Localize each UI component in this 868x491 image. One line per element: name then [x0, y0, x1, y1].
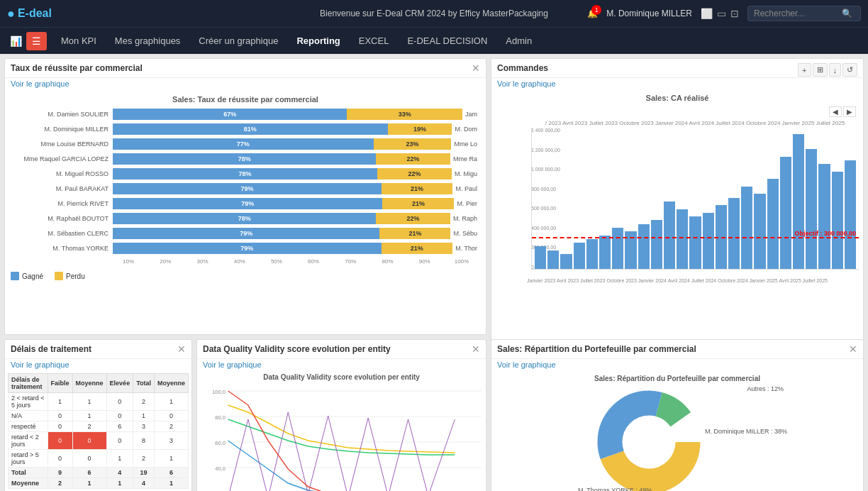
bar-side-label: M. Paul: [452, 185, 477, 192]
table-footer-cell: 4: [133, 478, 155, 489]
logo: ● E-deal: [7, 6, 52, 21]
dq-voir-graphique[interactable]: Voir le graphique: [197, 359, 486, 370]
delais-close[interactable]: ✕: [177, 344, 186, 354]
svg-point-15: [624, 417, 674, 467]
bar-side-label: M. Migu: [452, 170, 477, 177]
commandes-refresh-btn[interactable]: ↺: [842, 63, 857, 77]
table-footer-cell: 9: [48, 468, 72, 478]
nav-item-admin[interactable]: Admin: [497, 30, 540, 52]
search-input[interactable]: [754, 9, 839, 18]
user-name: M. Dominique MILLER: [606, 9, 692, 18]
table-cell: retard < 2 jours: [9, 432, 48, 450]
repartition-close[interactable]: ✕: [849, 344, 857, 354]
bar-side-label: Mme Ra: [450, 155, 477, 162]
bar-lost: 21%: [379, 228, 450, 239]
ca-bar: [780, 157, 791, 269]
svg-text:100,0: 100,0: [212, 389, 226, 395]
table-cell: 1: [154, 450, 188, 468]
table-cell: 1: [106, 450, 133, 468]
bar-row: M. Thomas YORKE79%21%M. Thor: [13, 242, 477, 255]
bar-won: 79%: [113, 183, 382, 194]
ca-bar: [638, 224, 650, 269]
fullscreen-icon[interactable]: ⊡: [730, 8, 739, 19]
bar-container: 78%22%: [113, 168, 452, 180]
ca-tick-jul24: Juillet 2024: [691, 278, 716, 283]
commandes-download-btn[interactable]: ↓: [829, 63, 842, 77]
ca-bar: [832, 172, 843, 269]
taux-panel-close[interactable]: ✕: [472, 63, 480, 73]
ca-tick-oct23: Octobre 2023: [606, 278, 636, 283]
table-row: N/A01010: [9, 411, 189, 421]
table-cell: retard > 5 jours: [9, 450, 48, 468]
bar-label: M. Miguel ROSSO: [13, 170, 113, 177]
bar-side-label: M. Thor: [452, 245, 477, 252]
nav-item-mes-graphiques[interactable]: Mes graphiques: [106, 30, 189, 52]
monitor-icon[interactable]: ▭: [717, 8, 726, 19]
bar-lost: 22%: [376, 213, 450, 224]
nav-item-mon-kpi[interactable]: Mon KPI: [52, 30, 105, 52]
bar-won: 81%: [113, 123, 388, 135]
bar-lost: 21%: [382, 243, 453, 254]
table-footer-cell: 1: [72, 478, 106, 489]
bar-label: Mme Louise BERNARD: [13, 140, 113, 148]
delais-title: Délais de traitement: [11, 344, 91, 354]
delais-header-row: Délais de traitement Faible Moyenne Elev…: [9, 374, 189, 393]
dq-close[interactable]: ✕: [472, 344, 480, 354]
delais-th-elevee: Elevée: [106, 374, 133, 393]
x-tick: 100%: [443, 258, 480, 265]
dq-chart-svg: 100,0 80,0 60,0 40,0 20,0 0,0: [201, 384, 482, 491]
delais-th-moyenne: Moyenne: [72, 374, 106, 393]
ca-next-btn[interactable]: ▶: [843, 106, 856, 117]
ca-bar: [845, 160, 856, 269]
nav-item-edeal-decision[interactable]: E-DEAL DECISION: [399, 30, 496, 52]
delais-header: Délais de traitement ✕: [5, 340, 191, 359]
legend-gagne: Gagné: [11, 272, 43, 280]
top-icons: ⬜ ▭ ⊡: [701, 8, 739, 19]
delais-th-moy: Moyenne: [154, 374, 188, 393]
bar-side-label: M. Sébu: [450, 230, 477, 237]
nav-item-reporting[interactable]: Reporting: [288, 30, 348, 52]
bar-label: Mme Raquel GARCIA LOPEZ: [13, 155, 113, 162]
ca-bar: [754, 194, 765, 269]
menu-icon-btn[interactable]: ☰: [26, 32, 47, 50]
nav-item-creer-graphique[interactable]: Créer un graphique: [190, 30, 286, 52]
bar-container: 78%22%: [113, 213, 450, 224]
table-cell: 2: [133, 393, 155, 411]
ca-bar: [651, 220, 662, 269]
ca-tick-apr23: Avril 2023: [557, 278, 579, 283]
ca-bar-chart: Objectif : 300 000,00: [531, 128, 859, 270]
ca-bar: [574, 243, 585, 269]
table-cell: 0: [48, 432, 72, 450]
nav-item-excel[interactable]: EXCEL: [350, 30, 398, 52]
window-icon[interactable]: ⬜: [701, 8, 713, 19]
bar-won: 79%: [113, 243, 382, 254]
chart-icon-btn[interactable]: 📊: [7, 33, 25, 50]
table-footer-cell: 19: [133, 468, 155, 478]
repartition-panel: Sales: Répartition du Portefeuille par c…: [491, 339, 864, 491]
repartition-voir-graphique[interactable]: Voir le graphique: [491, 359, 863, 370]
notification-icon[interactable]: 🔔 1: [587, 9, 598, 18]
delais-voir-graphique[interactable]: Voir le graphique: [5, 359, 191, 370]
page-title: Bienvenue sur E-Deal CRM 2024 by Efficy …: [320, 9, 548, 18]
ca-prev-btn[interactable]: ◀: [829, 106, 842, 117]
taux-voir-graphique[interactable]: Voir le graphique: [5, 78, 486, 89]
bar-container: 79%21%: [113, 243, 452, 254]
pie-label-miller: M. Dominique MILLER : 38%: [705, 428, 787, 435]
x-axis: 10%20%30%40%50%60%70%80%90%100%: [110, 257, 480, 265]
table-cell: N/A: [9, 411, 48, 421]
bar-row: M. Dominique MILLER81%19%M. Dom: [13, 123, 477, 136]
ca-bar: [612, 228, 623, 269]
table-row: retard > 5 jours00121: [9, 450, 189, 468]
commandes-view-btn[interactable]: ⊞: [813, 63, 828, 77]
taux-reussite-panel: Taux de réussite par commercial ✕ Voir l…: [4, 58, 486, 335]
repartition-chart-title: Sales: Répartition du Portefeuille par c…: [594, 375, 760, 382]
ca-bar: [793, 134, 804, 269]
commandes-voir-graphique[interactable]: Voir le graphique: [491, 78, 863, 89]
bar-lost: 33%: [347, 109, 462, 120]
table-cell: 1: [48, 393, 72, 411]
pie-container: Autres : 12% M. Dominique MILLER : 38% M…: [571, 385, 784, 491]
table-row: 2 < retard < 5 jours11021: [9, 393, 189, 411]
commandes-add-btn[interactable]: +: [798, 63, 811, 77]
table-cell: 2: [72, 421, 106, 432]
table-cell: 1: [154, 393, 188, 411]
